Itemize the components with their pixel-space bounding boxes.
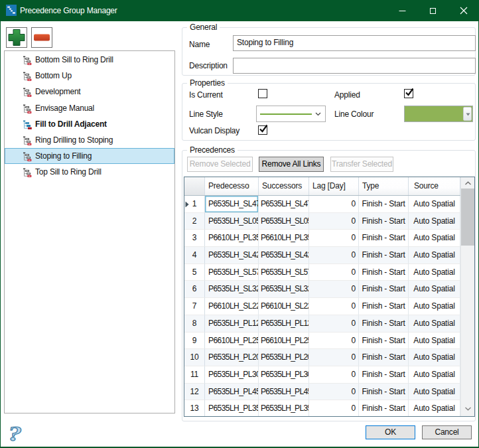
svg-text:?: ? xyxy=(8,423,22,445)
